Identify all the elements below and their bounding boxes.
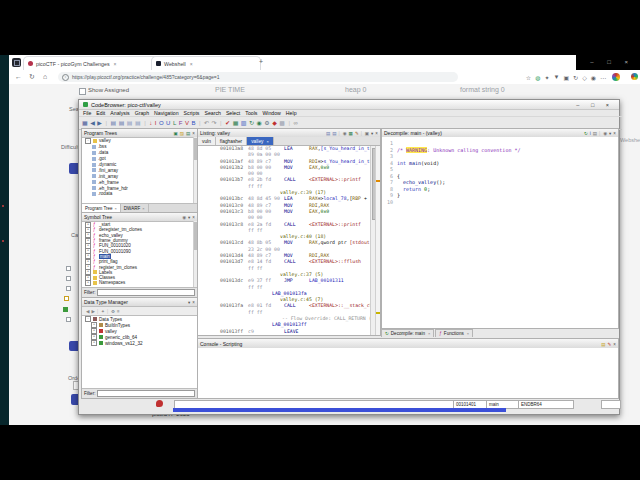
table-view-icon[interactable]: ▦ <box>233 120 239 127</box>
symbol-tree-header[interactable]: Symbol Tree ◉▾× <box>82 213 197 222</box>
menu-tools[interactable]: Tools <box>245 110 257 116</box>
mark-u-icon[interactable]: U <box>166 120 170 127</box>
info-icon[interactable]: i <box>590 131 591 136</box>
prev-type-icon[interactable]: ◀ <box>86 309 89 314</box>
dtm-archive-windows_vs12_32[interactable]: +windows_vs12_32 <box>82 340 197 346</box>
forward-nav-icon[interactable]: ▶ <box>97 120 102 127</box>
menu-edit[interactable]: Edit <box>96 110 105 116</box>
copy-icon[interactable]: ▤ <box>326 131 330 136</box>
tab-flaghasher[interactable]: flaghasher <box>216 137 247 145</box>
memory-map-icon[interactable]: ▥ <box>241 120 247 127</box>
clear-console-icon[interactable]: ✎ <box>608 342 612 347</box>
tab-decompile-main[interactable]: ↻Decompile: main× <box>381 329 434 337</box>
new-tab-button[interactable]: + <box>259 58 263 65</box>
paste-special-icon[interactable]: ▤ <box>135 120 141 127</box>
dropdown-icon[interactable]: ▾ <box>371 131 373 136</box>
undo-icon[interactable]: ↶ <box>204 120 209 127</box>
gears-analyze-icon[interactable]: ⚙ <box>264 120 269 127</box>
function-graph-icon[interactable]: ◉ <box>257 120 262 127</box>
pin-icon[interactable]: ▾ <box>188 215 190 220</box>
category-checkbox[interactable] <box>66 266 71 271</box>
home-icon[interactable]: ⌂ <box>43 73 47 80</box>
extension-frame-icon[interactable]: ▣ <box>563 74 569 81</box>
mark-f-icon[interactable]: F <box>179 120 183 127</box>
extension-misc-icon[interactable]: ◇ <box>582 74 587 81</box>
listing-row[interactable]: 001013fae8 01 fdCALL<EXTERNAL>::__stack_… <box>198 303 371 309</box>
symbol-filter-input[interactable] <box>97 289 195 296</box>
diamond-patch-icon[interactable]: ◆ <box>272 120 277 127</box>
tab-search-icon[interactable] <box>12 58 21 67</box>
category-checkbox[interactable] <box>66 317 71 322</box>
extension-spark-icon[interactable]: ✦ <box>544 74 549 81</box>
extension-refresh-icon[interactable]: ↻ <box>573 74 578 81</box>
dropdown-icon[interactable]: ▾ <box>188 300 190 305</box>
paste-icon[interactable]: ▤ <box>332 131 336 136</box>
refresh-icon[interactable]: ↻ <box>29 73 35 81</box>
symbol-folder-namespaces[interactable]: +Namespaces <box>82 280 197 285</box>
category-checkbox[interactable] <box>66 276 71 281</box>
menu-graph[interactable]: Graph <box>135 110 149 116</box>
close-icon[interactable]: × <box>613 131 616 136</box>
back-icon[interactable]: ← <box>15 73 22 80</box>
ghidra-dragon-icon[interactable] <box>156 400 163 407</box>
show-assigned-checkbox[interactable] <box>79 88 86 95</box>
listing-row[interactable]: 001013ffc9LEAVE <box>198 329 371 335</box>
profile-avatar[interactable] <box>612 73 620 81</box>
edit-pencil-icon[interactable]: ✎ <box>355 131 359 136</box>
browser-tab-picoctf[interactable]: picoCTF - picoGym Challenges × <box>23 56 159 70</box>
tree-section.rodata[interactable]: .rodata <box>82 191 197 196</box>
mark-l-icon[interactable]: L <box>173 120 176 127</box>
challenge-title-pie-time[interactable]: PIE TIME <box>215 86 245 93</box>
tab-dwarf[interactable]: DWARF× <box>121 204 149 212</box>
close-icon[interactable]: × <box>192 300 195 305</box>
grid-view-icon[interactable]: ▩ <box>279 120 285 127</box>
close-icon[interactable]: × <box>375 131 378 136</box>
close-icon[interactable]: × <box>192 131 195 136</box>
listing-row[interactable]: 001013d7e8 14 fdCALL<EXTERNAL>::fflush <box>198 259 371 265</box>
decompiler-line[interactable]: 10 <box>382 199 618 206</box>
save-icon[interactable]: ▦ <box>82 120 88 127</box>
down-arrow-icon[interactable]: ↓ <box>149 120 152 127</box>
challenge-title-format-string[interactable]: format string 0 <box>460 86 505 93</box>
ghidra-window-controls[interactable]: – □ × <box>576 102 614 108</box>
url-bar[interactable]: i https://play.picoctf.org/practice/chal… <box>58 72 458 82</box>
redo-icon[interactable]: ↷ <box>212 120 217 127</box>
category-checkbox[interactable] <box>66 286 71 291</box>
next-type-icon[interactable]: ▶ <box>91 309 94 314</box>
copy-icon[interactable]: ▤ <box>110 120 116 127</box>
conflict-gear-icon[interactable]: ⚙ <box>111 309 115 314</box>
favorites-icon[interactable]: ✦ <box>101 309 105 314</box>
mark-i-icon[interactable]: I <box>155 120 157 127</box>
category-checkbox[interactable] <box>64 296 69 301</box>
menu-scripts[interactable]: Scripts <box>184 110 200 116</box>
mark-o-icon[interactable]: O <box>159 120 164 127</box>
tab-close-icon[interactable]: × <box>190 61 193 67</box>
fields-edit-icon[interactable]: ▦ <box>349 131 353 136</box>
extension-filter-icon[interactable]: ▼ <box>553 74 559 80</box>
diff-view-icon[interactable]: ▣ <box>365 131 369 136</box>
tab-close-icon[interactable]: × <box>114 61 117 67</box>
paste-icon[interactable]: ▤ <box>119 120 125 127</box>
bookmark-star-icon[interactable]: ☆ <box>526 74 531 81</box>
tab-valley[interactable]: valley× <box>247 137 274 145</box>
browser-window-controls[interactable]: – □ × <box>590 59 634 65</box>
link-icon[interactable]: ∞ <box>294 120 298 127</box>
menu-help[interactable]: Help <box>286 110 297 116</box>
tab-vuln[interactable]: vuln <box>198 137 216 145</box>
secondary-avatar[interactable] <box>631 73 638 80</box>
menu-search[interactable]: Search <box>204 110 220 116</box>
refresh-analysis-icon[interactable]: ↻ <box>249 120 254 127</box>
listing-row[interactable]: 001013b7e8 2b fdCALL<EXTERNAL>::printf <box>198 177 371 183</box>
menu-select[interactable]: Select <box>226 110 240 116</box>
listing-row[interactable]: 001013c8e8 2a fdCALL<EXTERNAL>::printf <box>198 222 371 228</box>
expand-tree-icon[interactable]: ▣ <box>174 131 178 136</box>
dtm-filter-input[interactable] <box>97 390 195 397</box>
back-nav-icon[interactable]: ◀ <box>90 120 95 127</box>
close-icon[interactable]: × <box>613 342 616 347</box>
export-icon[interactable]: ▤ <box>593 131 597 136</box>
listing-row[interactable]: 001013cd48 8b 05MOVRAX,qword ptr [stdout… <box>198 240 371 246</box>
dropdown-icon[interactable]: ▾ <box>609 131 611 136</box>
profile-person-icon[interactable]: ◉ <box>591 74 596 81</box>
snapshot-icon[interactable]: ◉ <box>343 131 347 136</box>
mark-v-icon[interactable]: V <box>185 120 189 127</box>
